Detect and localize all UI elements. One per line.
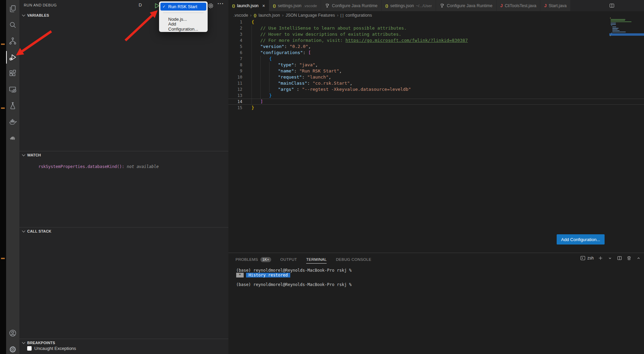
split-editor-icon[interactable] — [608, 0, 615, 11]
breadcrumb[interactable]: .vscode›{}launch.json›JSON Language Feat… — [228, 11, 644, 19]
remote-explorer-icon[interactable] — [6, 82, 19, 98]
run-and-debug-icon[interactable] — [6, 49, 19, 66]
tab-Start-java[interactable]: JStart.java — [540, 0, 571, 11]
watch-expression-row[interactable]: rskSystemProperties.databaseKind(): not … — [29, 159, 159, 174]
line-number: 11 — [228, 80, 242, 86]
tab-Configure Java Runtime[interactable]: Configure Java Runtime — [321, 0, 382, 11]
breadcrumb-item[interactable]: configurations — [346, 13, 372, 18]
add-configuration-button[interactable]: Add Configuration... — [557, 234, 605, 245]
code-line-14[interactable]: 14] — [228, 99, 644, 105]
breadcrumb-item[interactable]: launch.json — [259, 13, 280, 18]
breadcrumb-item[interactable]: .vscode — [233, 13, 248, 18]
tab-label: settings.json — [390, 3, 414, 8]
code-line-1[interactable]: 1{ — [228, 19, 644, 25]
code-token: "version" — [260, 44, 284, 50]
code-token: : — [284, 44, 290, 50]
breadcrumb-item[interactable]: JSON Language Features — [285, 13, 335, 18]
code-line-6[interactable]: 6"configurations": [ — [228, 50, 644, 56]
tab-detail: ~/.../User — [416, 4, 432, 8]
call-stack-section-header[interactable]: CALL STACK — [19, 227, 228, 235]
code-token: : — [294, 86, 302, 92]
maximize-panel-chevron-icon[interactable] — [636, 255, 641, 261]
close-icon[interactable]: × — [262, 3, 265, 9]
watch-section-header[interactable]: WATCH — [19, 151, 228, 158]
new-terminal-icon[interactable] — [598, 255, 603, 261]
menu-item-add-configuration[interactable]: Add Configuration... — [160, 23, 206, 30]
code-line-7[interactable]: 7{ — [228, 56, 644, 62]
tab-bar-spacer — [571, 0, 606, 11]
java-file-icon: J — [500, 3, 503, 8]
terminal-line: (base) reynoldmorel@Reynolds-MacBook-Pro… — [236, 268, 352, 273]
indent-guide — [260, 68, 269, 74]
split-terminal-icon[interactable] — [617, 255, 622, 261]
terminal-line: * History restored — [236, 273, 352, 277]
tab-launch-json[interactable]: {}launch.json× — [228, 0, 269, 11]
code-token: // Hover to view descriptions of existin… — [260, 31, 401, 37]
code-line-8[interactable]: 8"type": "java", — [228, 62, 644, 68]
gradle-icon[interactable] — [6, 130, 19, 146]
line-number: 9 — [228, 68, 242, 74]
explorer-icon[interactable] — [6, 1, 19, 17]
tab-CliToolsTest-java[interactable]: JCliToolsTest.java — [497, 0, 540, 11]
code-line-11[interactable]: 11"mainClass": "co.rsk.Start", — [228, 80, 644, 86]
breakpoints-section-header[interactable]: BREAKPOINTS — [19, 339, 228, 346]
indent-guide — [251, 31, 260, 37]
code-token: "mainClass" — [278, 80, 307, 86]
code-token: : — [294, 62, 299, 68]
panel-tab-problems[interactable]: PROBLEMS1K+ — [236, 253, 271, 266]
line-number: 2 — [228, 25, 242, 31]
code-line-5[interactable]: 5"version": "0.2.0", — [228, 44, 644, 50]
code-line-2[interactable]: 2// Use IntelliSense to learn about poss… — [228, 25, 644, 31]
minimap-line — [612, 27, 616, 27]
code-line-13[interactable]: 13} — [228, 92, 644, 99]
panel-tab-debug-console[interactable]: DEBUG CONSOLE — [336, 253, 371, 266]
code-token: : — [303, 50, 308, 56]
code-editor[interactable]: 1{2// Use IntelliSense to learn about po… — [228, 19, 644, 111]
minimap-line — [610, 35, 611, 36]
code-token: "configurations" — [260, 50, 303, 56]
line-number: 1 — [228, 19, 242, 25]
source-control-icon[interactable] — [6, 33, 19, 49]
debug-config-dropdown-clipped[interactable]: D — [139, 2, 142, 7]
terminal-instance-chip[interactable]: zsh — [580, 255, 594, 261]
tab-settings-json[interactable]: {}settings.json.vscode — [269, 0, 321, 11]
terminal-output[interactable]: (base) reynoldmorel@Reynolds-MacBook-Pro… — [236, 268, 352, 287]
minimap[interactable] — [609, 18, 644, 45]
menu-item-run-rsk-start[interactable]: ✓Run RSK Start — [160, 3, 206, 11]
tab-label: launch.json — [237, 3, 259, 8]
debug-settings-gear-icon[interactable] — [207, 2, 214, 9]
terminal-dropdown-chevron-icon[interactable] — [607, 255, 613, 261]
extensions-icon[interactable] — [6, 65, 19, 82]
terminal-text: (base) reynoldmorel@Reynolds-MacBook-Pro… — [236, 268, 352, 273]
kill-terminal-trash-icon[interactable] — [626, 255, 632, 261]
settings-icon[interactable] — [6, 341, 19, 354]
code-line-9[interactable]: 9"name": "Run RSK Start", — [228, 68, 644, 74]
indent-guide — [260, 92, 269, 99]
indent-guide — [260, 86, 269, 92]
line-content: // Use IntelliSense to learn about possi… — [251, 25, 406, 31]
code-line-15[interactable]: 15} — [228, 105, 644, 111]
code-token: // Use IntelliSense to learn about possi… — [260, 25, 406, 31]
tab-settings-json[interactable]: {}settings.json~/.../User — [382, 0, 436, 11]
uncaught-exceptions-checkbox[interactable] — [27, 346, 32, 351]
search-icon[interactable] — [6, 17, 19, 33]
testing-icon[interactable] — [6, 98, 19, 114]
code-line-10[interactable]: 10"request": "launch", — [228, 74, 644, 80]
code-line-4[interactable]: 4// For more information, visit: https:/… — [228, 37, 644, 44]
minimap-slider[interactable] — [609, 33, 644, 36]
line-number: 12 — [228, 86, 242, 92]
line-content: } — [251, 92, 272, 99]
line-number: 8 — [228, 62, 242, 68]
account-icon[interactable] — [6, 325, 19, 341]
tab-Configure Java Runtime[interactable]: Configure Java Runtime — [436, 0, 497, 11]
line-content: { — [251, 19, 254, 25]
docker-icon[interactable] — [6, 114, 19, 130]
minimap-line — [611, 19, 625, 20]
code-line-3[interactable]: 3// Hover to view descriptions of existi… — [228, 31, 644, 37]
views-more-actions-icon[interactable]: ··· — [217, 1, 224, 7]
code-line-12[interactable]: 12"args" : "--regtest -Xkeyvalue.datasou… — [228, 86, 644, 92]
panel-tab-terminal[interactable]: TERMINAL — [306, 253, 327, 266]
code-token: , — [329, 74, 331, 80]
code-link[interactable]: https://go.microsoft.com/fwlink/?linkid=… — [345, 37, 468, 44]
panel-tab-output[interactable]: OUTPUT — [280, 253, 297, 266]
